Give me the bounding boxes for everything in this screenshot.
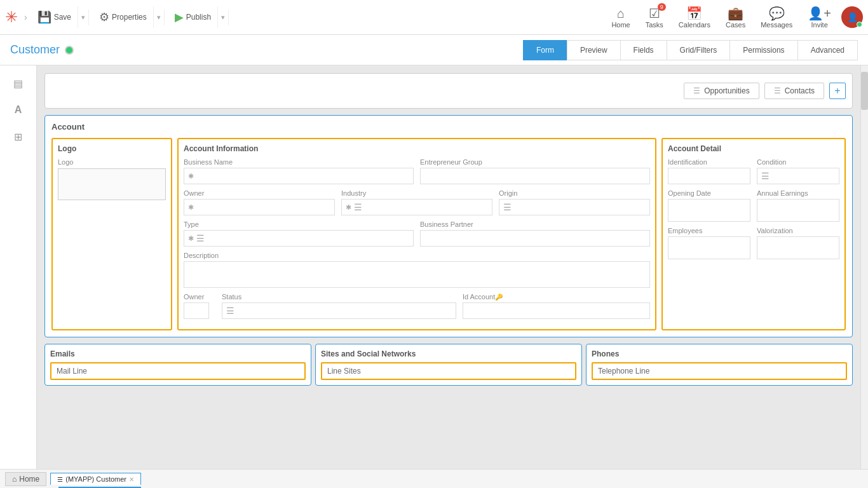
grid-tool-button[interactable]: ⊞ [8, 126, 29, 147]
account-info-panel: Account Information Business Name ✱ Entr… [177, 138, 656, 330]
id-account-input[interactable] [463, 302, 650, 319]
mail-line-row: Mail Line [50, 362, 306, 380]
logo-upload-area[interactable] [58, 168, 166, 200]
industry-group: Industry ✱ ☰ [341, 189, 492, 215]
nav-messages-label: Messages [761, 21, 792, 29]
account-section: Account Logo Logo Account Information Bu… [44, 115, 853, 337]
type-input[interactable]: ✱ ☰ [184, 230, 414, 247]
header-tabs: Form Preview Fields Grid/Filters Permiss… [523, 40, 858, 60]
logo-field-label: Logo [58, 158, 166, 166]
contacts-icon: ☰ [774, 86, 781, 95]
nav-cases[interactable]: 💼 Cases [721, 3, 750, 31]
properties-label: Properties [112, 13, 147, 22]
account-section-title: Account [51, 122, 846, 132]
save-dropdown-button[interactable]: ▾ [78, 10, 89, 25]
tab-form[interactable]: Form [523, 40, 567, 60]
publish-button[interactable]: ▶ Publish [168, 6, 218, 28]
description-input[interactable] [184, 261, 650, 288]
nav-messages[interactable]: 💬 Messages [756, 3, 797, 31]
save-icon: 💾 [37, 10, 51, 24]
industry-required-star: ✱ [346, 203, 351, 212]
emails-section: Emails Mail Line [44, 344, 311, 386]
emails-title: Emails [50, 349, 306, 358]
status-label: Status [222, 293, 456, 301]
owner2-input[interactable] [184, 302, 209, 319]
valorization-input[interactable] [757, 236, 839, 259]
tab-icon: ☰ [57, 476, 63, 483]
business-partner-input[interactable] [420, 230, 650, 247]
account-columns: Logo Logo Account Information Business N… [51, 138, 846, 330]
employees-input[interactable] [668, 236, 750, 259]
industry-label: Industry [341, 189, 492, 197]
form-row-2: Owner ✱ Industry ✱ ☰ [184, 189, 650, 215]
form-row-4: Description [184, 252, 650, 288]
home-tab-label: Home [19, 475, 39, 484]
scrollbar-thumb[interactable] [861, 72, 868, 110]
toolbar-right: ⌂ Home ☑ 9 Tasks 📅 Calendars 💼 Cases 💬 M… [606, 3, 863, 31]
tab-fields[interactable]: Fields [620, 40, 667, 60]
tab-preview[interactable]: Preview [567, 40, 620, 60]
nav-calendars[interactable]: 📅 Calendars [674, 3, 715, 31]
detail-row-2: Opening Date Annual Earnings [668, 189, 839, 222]
industry-list-icon: ☰ [354, 202, 362, 212]
publish-icon: ▶ [175, 10, 184, 24]
add-related-tab-button[interactable]: + [829, 83, 846, 99]
identification-input[interactable] [668, 168, 750, 184]
origin-input[interactable]: ☰ [499, 199, 650, 215]
business-name-label: Business Name [184, 158, 414, 166]
industry-input[interactable]: ✱ ☰ [341, 199, 492, 215]
publish-dropdown-button[interactable]: ▾ [218, 10, 229, 25]
user-avatar[interactable]: 👤 [841, 6, 863, 28]
tab-close-button[interactable]: ✕ [129, 476, 134, 483]
status-group: Status ☰ [222, 293, 456, 319]
nav-invite[interactable]: 👤+ Invite [803, 3, 836, 31]
owner-label: Owner [184, 189, 335, 197]
myapp-customer-tab[interactable]: ☰ (MYAPP) Customer ✕ [50, 473, 141, 485]
status-list-icon: ☰ [226, 306, 234, 316]
save-button[interactable]: 💾 Save [31, 6, 78, 28]
save-label: Save [54, 13, 71, 22]
owner2-label: Owner [184, 293, 215, 301]
status-input[interactable]: ☰ [222, 302, 456, 319]
related-tab-contacts[interactable]: ☰ Contacts [764, 83, 824, 99]
text-tool-button[interactable]: A [8, 100, 29, 120]
detail-row-1: Identification Condition ☰ [668, 158, 839, 184]
annual-earnings-input[interactable] [757, 199, 839, 222]
nav-home[interactable]: ⌂ Home [606, 4, 635, 31]
contacts-label: Contacts [785, 86, 815, 95]
nav-home-label: Home [611, 21, 630, 29]
nav-tasks[interactable]: ☑ 9 Tasks [641, 3, 668, 31]
page-header: Customer Form Preview Fields Grid/Filter… [0, 35, 868, 65]
tab-advanced[interactable]: Advanced [797, 40, 858, 60]
form-row-3: Type ✱ ☰ Business Partner [184, 220, 650, 247]
home-tab-button[interactable]: ⌂ Home [5, 472, 46, 486]
properties-dropdown-button[interactable]: ▾ [154, 10, 165, 25]
business-name-input[interactable]: ✱ [184, 168, 414, 184]
employees-label: Employees [668, 227, 750, 234]
detail-row-3: Employees Valorization [668, 227, 839, 259]
tab-grid-filters[interactable]: Grid/Filters [667, 40, 730, 60]
form-tool-button[interactable]: ▤ [8, 73, 29, 93]
account-detail-panel: Account Detail Identification Condition … [661, 138, 846, 330]
toolbar-left: ✳ › 💾 Save ▾ ⚙ Properties ▾ ▶ Publish ▾ [5, 6, 229, 28]
app-logo-icon[interactable]: ✳ [5, 8, 18, 26]
nav-calendars-label: Calendars [679, 21, 710, 29]
related-tab-opportunities[interactable]: ☰ Opportunities [684, 83, 759, 99]
opening-date-input[interactable] [668, 199, 750, 222]
entrepreneur-group-input[interactable] [420, 168, 650, 184]
condition-group: Condition ☰ [757, 158, 839, 184]
nav-arrow-icon[interactable]: › [24, 12, 27, 22]
owner-input[interactable]: ✱ [184, 199, 335, 215]
condition-input[interactable]: ☰ [757, 168, 839, 184]
business-partner-label: Business Partner [420, 220, 650, 228]
properties-button[interactable]: ⚙ Properties [93, 6, 154, 28]
home-icon: ⌂ [617, 6, 625, 21]
line-sites-row: Line Sites [321, 362, 576, 380]
tab-label: (MYAPP) Customer [65, 475, 126, 483]
right-scrollbar[interactable] [860, 65, 868, 469]
tab-permissions[interactable]: Permissions [729, 40, 797, 60]
properties-icon: ⚙ [99, 10, 109, 24]
origin-label: Origin [499, 189, 650, 197]
identification-label: Identification [668, 158, 750, 166]
calendars-icon: 📅 [686, 6, 702, 21]
